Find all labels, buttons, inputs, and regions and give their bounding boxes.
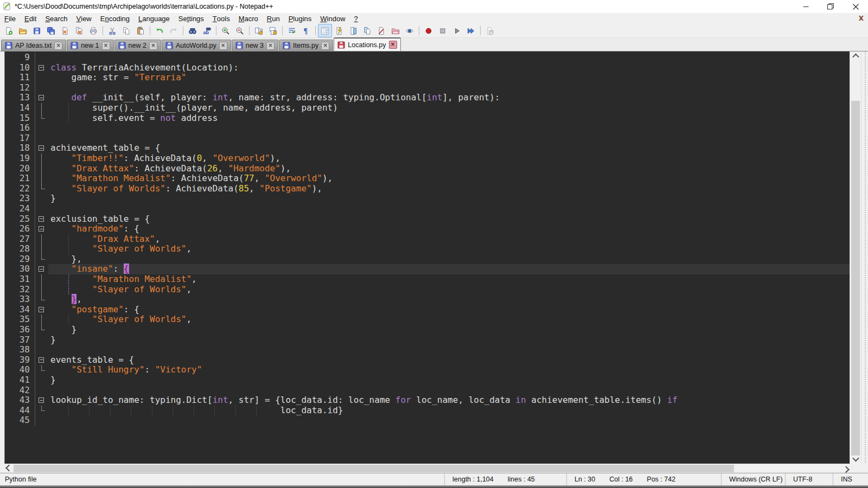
horizontal-scrollbar[interactable]	[4, 464, 851, 473]
code-line-16[interactable]: 16	[5, 123, 850, 133]
code-line-33[interactable]: 33 },	[5, 294, 850, 305]
fold-marker-icon[interactable]	[35, 214, 48, 224]
code-line-12[interactable]: 12	[5, 83, 850, 93]
code-line-15[interactable]: 15 self.event = not address	[5, 113, 850, 124]
function-list-icon[interactable]	[332, 24, 346, 37]
code-editor[interactable]: 910class TerrariaAchievement(Location):1…	[5, 52, 850, 464]
code-line-22[interactable]: 22 "Slayer of Worlds": AchieveData(85, "…	[5, 184, 850, 194]
zoom-out-icon[interactable]	[233, 24, 247, 37]
scroll-left-arrow-icon[interactable]	[4, 464, 14, 473]
menu-item-edit[interactable]: Edit	[20, 13, 41, 24]
code-line-20[interactable]: 20 "Drax Attax": AchieveData(26, "Hardmo…	[5, 164, 850, 174]
scroll-up-arrow-icon[interactable]	[850, 52, 861, 61]
code-line-36[interactable]: 36 }	[5, 325, 850, 335]
fold-marker-icon[interactable]	[35, 305, 48, 315]
fold-marker-icon[interactable]	[35, 93, 48, 103]
menu-item-view[interactable]: View	[72, 13, 96, 24]
menu-item-tools[interactable]: Tools	[208, 13, 234, 24]
menu-item-settings[interactable]: Settings	[174, 13, 208, 24]
code-line-26[interactable]: 26 "hardmode": {	[5, 224, 850, 234]
hscroll-track[interactable]	[14, 464, 841, 473]
document-map-icon[interactable]	[346, 24, 360, 37]
fold-marker-icon[interactable]	[35, 395, 48, 406]
redo-icon[interactable]	[167, 24, 181, 37]
open-file-icon[interactable]	[16, 24, 30, 37]
status-eol-format[interactable]: Windows (CR LF)	[722, 473, 786, 485]
code-line-23[interactable]: 23}	[5, 194, 850, 204]
tab-close-icon[interactable]: ×	[219, 42, 227, 50]
paste-icon[interactable]	[133, 24, 148, 37]
code-line-25[interactable]: 25exclusion_table = {	[5, 214, 850, 224]
code-line-21[interactable]: 21 "Marathon Medalist": AchieveData(77, …	[5, 174, 850, 184]
menu-item-file[interactable]: File	[0, 13, 20, 24]
tab-items-py[interactable]: Items.py×	[279, 40, 333, 51]
fold-marker-icon[interactable]	[35, 63, 48, 73]
print-icon[interactable]	[86, 24, 100, 37]
code-line-29[interactable]: 29 },	[5, 254, 850, 265]
tab-locations-py[interactable]: Locations.py×	[334, 37, 400, 51]
code-line-13[interactable]: 13 def __init__(self, player: int, name:…	[5, 93, 850, 103]
tab-close-icon[interactable]: ×	[102, 42, 110, 50]
tab-new-3[interactable]: new 3×	[232, 40, 278, 51]
fold-marker-icon[interactable]	[35, 264, 48, 274]
menu-item-[interactable]: ?	[350, 13, 362, 24]
zoom-in-icon[interactable]	[219, 24, 233, 37]
close-document-icon[interactable]: X	[859, 15, 864, 22]
tab-autoworld-py[interactable]: AutoWorld.py×	[162, 40, 231, 51]
tab-close-icon[interactable]: ×	[54, 42, 62, 50]
sync-vertical-icon[interactable]	[252, 24, 266, 37]
code-line-32[interactable]: 32 "Slayer of Worlds",	[5, 285, 850, 295]
code-line-34[interactable]: 34 "postgame": {	[5, 305, 850, 315]
undo-icon[interactable]	[152, 24, 167, 37]
scroll-right-arrow-icon[interactable]	[841, 464, 851, 473]
new-file-icon[interactable]	[2, 24, 16, 37]
menu-item-run[interactable]: Run	[263, 13, 284, 24]
code-line-31[interactable]: 31 "Marathon Medalist",	[5, 274, 850, 285]
code-line-27[interactable]: 27 "Drax Attax",	[5, 234, 850, 245]
signature-icon[interactable]	[374, 24, 388, 37]
tab-ap-ideas-txt[interactable]: AP Ideas.txt×	[1, 40, 66, 51]
find-icon[interactable]	[186, 24, 200, 37]
replace-icon[interactable]: ab	[200, 24, 214, 37]
code-line-10[interactable]: 10class TerrariaAchievement(Location):	[5, 63, 850, 73]
close-all-icon[interactable]	[72, 24, 86, 37]
vertical-scrollbar[interactable]	[850, 52, 861, 464]
fold-marker-icon[interactable]	[35, 355, 48, 365]
tab-new-1[interactable]: new 1×	[67, 40, 113, 51]
cut-icon[interactable]	[105, 24, 119, 37]
save-icon[interactable]	[30, 24, 44, 37]
document-switcher-icon[interactable]	[360, 24, 374, 37]
status-insert-mode[interactable]: INS	[833, 473, 868, 485]
code-line-40[interactable]: 40 "Still Hungry": "Victory"	[5, 365, 850, 375]
code-line-35[interactable]: 35 "Slayer of Worlds",	[5, 314, 850, 325]
code-line-45[interactable]: 45	[5, 415, 850, 426]
code-line-18[interactable]: 18achievement_table = {	[5, 143, 850, 153]
code-line-39[interactable]: 39events_table = {	[5, 355, 850, 365]
fold-marker-icon[interactable]	[35, 143, 48, 153]
code-line-9[interactable]: 9	[5, 53, 850, 63]
tab-close-icon[interactable]: ×	[266, 42, 275, 50]
tab-close-icon[interactable]: ×	[149, 42, 157, 50]
tab-close-icon[interactable]: ×	[389, 41, 397, 49]
horizontal-scrollbar-thumb[interactable]	[14, 465, 734, 472]
code-line-17[interactable]: 17	[5, 133, 850, 144]
menu-item-plugins[interactable]: Plugins	[284, 13, 316, 24]
macro-play-icon[interactable]	[450, 24, 464, 37]
tab-close-icon[interactable]: ×	[321, 42, 329, 50]
code-line-24[interactable]: 24	[5, 204, 850, 214]
code-line-19[interactable]: 19 "Timber!!": AchieveData(0, "Overworld…	[5, 153, 850, 164]
code-line-44[interactable]: 44 loc_data.id}	[5, 406, 850, 416]
copy-icon[interactable]	[119, 24, 133, 37]
close-file-icon[interactable]	[58, 24, 72, 37]
macro-record-icon[interactable]	[422, 24, 436, 37]
menu-item-search[interactable]: Search	[41, 13, 72, 24]
folder-workspace-icon[interactable]	[388, 24, 403, 37]
sync-horizontal-icon[interactable]	[266, 24, 280, 37]
save-all-icon[interactable]	[44, 24, 58, 37]
restore-button[interactable]	[818, 0, 843, 13]
code-line-41[interactable]: 41}	[5, 375, 850, 386]
menu-item-language[interactable]: Language	[134, 13, 174, 24]
scroll-down-arrow-icon[interactable]	[850, 454, 861, 464]
menu-item-macro[interactable]: Macro	[234, 13, 263, 24]
code-line-14[interactable]: 14 super().__init__(player, name, addres…	[5, 103, 850, 113]
